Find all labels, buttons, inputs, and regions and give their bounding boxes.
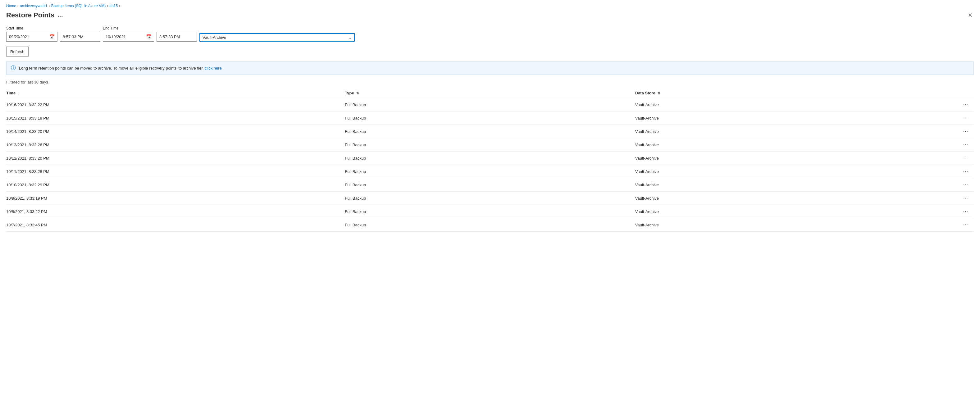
table-header-row: Time ↓ Type ⇅ Data Store ⇅ [6, 88, 974, 98]
cell-actions: ··· [925, 138, 974, 151]
cell-time: 10/15/2021, 8:33:18 PM [6, 111, 345, 125]
refresh-button[interactable]: Refresh [6, 46, 29, 57]
filter-note: Filtered for last 30 days [6, 80, 974, 84]
info-banner: ⓘ Long term retention points can be move… [6, 62, 974, 75]
more-options-icon[interactable]: ... [57, 12, 63, 19]
breadcrumb-backup-items[interactable]: Backup Items (SQL in Azure VM) [51, 4, 106, 8]
cell-datastore: Vault-Archive [635, 218, 926, 232]
end-date-input-wrapper: 📅 [103, 32, 154, 41]
row-more-button[interactable]: ··· [961, 195, 970, 202]
col-header-type: Type ⇅ [345, 88, 635, 98]
page-title-text: Restore Points [6, 11, 54, 19]
table-row: 10/8/2021, 8:33:22 PMFull BackupVault-Ar… [6, 205, 974, 218]
table-row: 10/16/2021, 8:33:22 PMFull BackupVault-A… [6, 98, 974, 111]
row-more-button[interactable]: ··· [961, 128, 970, 135]
cell-type: Full Backup [345, 125, 635, 138]
info-banner-text: Long term retention points can be moved … [19, 66, 222, 70]
end-date-input[interactable] [103, 33, 143, 40]
cell-actions: ··· [925, 151, 974, 165]
cell-time: 10/13/2021, 8:33:26 PM [6, 138, 345, 151]
row-more-button[interactable]: ··· [961, 155, 970, 162]
table-row: 10/12/2021, 8:33:20 PMFull BackupVault-A… [6, 151, 974, 165]
cell-datastore: Vault-Archive [635, 165, 926, 178]
cell-actions: ··· [925, 178, 974, 192]
archive-link[interactable]: click here [205, 66, 222, 70]
table-row: 10/13/2021, 8:33:26 PMFull BackupVault-A… [6, 138, 974, 151]
cell-actions: ··· [925, 205, 974, 218]
filters-section: Start Time 📅 End Time 📅 [6, 26, 974, 41]
cell-type: Full Backup [345, 138, 635, 151]
cell-time: 10/10/2021, 8:32:29 PM [6, 178, 345, 192]
row-more-button[interactable]: ··· [961, 114, 970, 121]
table-row: 10/7/2021, 8:32:45 PMFull BackupVault-Ar… [6, 218, 974, 232]
table-row: 10/9/2021, 8:33:19 PMFull BackupVault-Ar… [6, 192, 974, 205]
cell-datastore: Vault-Archive [635, 205, 926, 218]
breadcrumb-vault[interactable]: archiveccyvault1 [20, 4, 48, 8]
start-time-field-group [60, 26, 100, 41]
breadcrumb-sep-4: › [119, 4, 120, 8]
table-row: 10/14/2021, 8:33:20 PMFull BackupVault-A… [6, 125, 974, 138]
end-time-field-group [157, 26, 197, 41]
end-calendar-icon[interactable]: 📅 [143, 33, 154, 40]
breadcrumb-db[interactable]: db15 [109, 4, 118, 8]
start-time-input[interactable] [60, 32, 100, 41]
datastore-placeholder-label [199, 28, 974, 32]
page-container: Home › archiveccyvault1 › Backup Items (… [0, 0, 980, 235]
start-calendar-icon[interactable]: 📅 [47, 33, 57, 40]
end-time-input[interactable] [157, 32, 197, 41]
cell-type: Full Backup [345, 151, 635, 165]
breadcrumb-home[interactable]: Home [6, 4, 16, 8]
close-button[interactable]: ✕ [967, 11, 974, 20]
cell-datastore: Vault-Archive [635, 125, 926, 138]
table-body: 10/16/2021, 8:33:22 PMFull BackupVault-A… [6, 98, 974, 232]
cell-time: 10/11/2021, 8:33:28 PM [6, 165, 345, 178]
cell-datastore: Vault-Archive [635, 98, 926, 111]
table-row: 10/10/2021, 8:32:29 PMFull BackupVault-A… [6, 178, 974, 192]
breadcrumb-sep-2: › [49, 4, 50, 8]
cell-datastore: Vault-Archive [635, 178, 926, 192]
breadcrumb-sep-3: › [107, 4, 108, 8]
cell-type: Full Backup [345, 218, 635, 232]
col-header-time: Time ↓ [6, 88, 345, 98]
end-time-placeholder-label [157, 26, 197, 30]
row-more-button[interactable]: ··· [961, 168, 970, 175]
cell-actions: ··· [925, 111, 974, 125]
restore-points-table: Time ↓ Type ⇅ Data Store ⇅ 10/16/2021, 8… [6, 88, 974, 232]
datastore-dropdown[interactable]: Vault-Archive Vault-Standard Snapshot [200, 34, 346, 41]
datastore-dropdown-wrapper: Vault-Archive Vault-Standard Snapshot ⌄ [199, 33, 355, 41]
time-sort-icon[interactable]: ↓ [18, 91, 20, 95]
start-time-label: Start Time [6, 26, 57, 30]
cell-time: 10/16/2021, 8:33:22 PM [6, 98, 345, 111]
cell-type: Full Backup [345, 111, 635, 125]
row-more-button[interactable]: ··· [961, 181, 970, 188]
cell-datastore: Vault-Archive [635, 151, 926, 165]
cell-time: 10/9/2021, 8:33:19 PM [6, 192, 345, 205]
cell-type: Full Backup [345, 98, 635, 111]
start-date-input-wrapper: 📅 [6, 32, 57, 41]
row-more-button[interactable]: ··· [961, 101, 970, 108]
col-header-datastore: Data Store ⇅ [635, 88, 926, 98]
end-time-label: End Time [103, 26, 154, 30]
col-header-actions [925, 88, 974, 98]
row-more-button[interactable]: ··· [961, 221, 970, 228]
end-time-group: End Time 📅 [103, 26, 154, 41]
row-more-button[interactable]: ··· [961, 141, 970, 148]
breadcrumb-sep-1: › [18, 4, 19, 8]
cell-time: 10/12/2021, 8:33:20 PM [6, 151, 345, 165]
datastore-sort-icon[interactable]: ⇅ [657, 91, 660, 95]
chevron-down-icon: ⌄ [346, 34, 354, 41]
row-more-button[interactable]: ··· [961, 208, 970, 215]
page-title: Restore Points ... [6, 11, 63, 19]
cell-datastore: Vault-Archive [635, 111, 926, 125]
cell-time: 10/7/2021, 8:32:45 PM [6, 218, 345, 232]
start-date-input[interactable] [6, 33, 47, 40]
cell-type: Full Backup [345, 205, 635, 218]
table-row: 10/15/2021, 8:33:18 PMFull BackupVault-A… [6, 111, 974, 125]
type-sort-icon[interactable]: ⇅ [356, 91, 359, 95]
start-time-placeholder-label [60, 26, 100, 30]
cell-time: 10/14/2021, 8:33:20 PM [6, 125, 345, 138]
table-row: 10/11/2021, 8:33:28 PMFull BackupVault-A… [6, 165, 974, 178]
cell-actions: ··· [925, 218, 974, 232]
cell-datastore: Vault-Archive [635, 138, 926, 151]
cell-actions: ··· [925, 192, 974, 205]
